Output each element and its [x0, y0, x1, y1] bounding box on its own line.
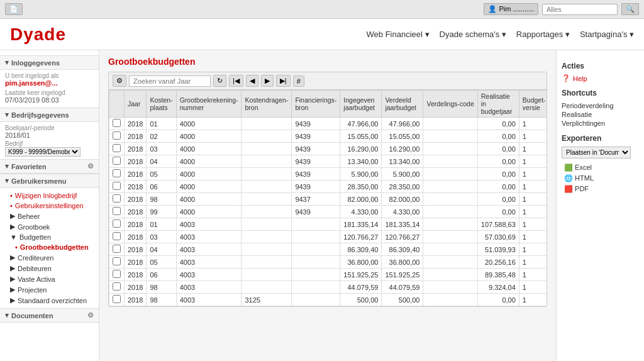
nav-web-financieel[interactable]: Web Financieel ▾ [367, 30, 430, 39]
row-checkbox[interactable] [113, 169, 121, 177]
shortcut-link[interactable]: Realisatie [562, 110, 639, 119]
arrow-r: ▶ [10, 264, 15, 272]
user-button[interactable]: 👤 Pim ........... [484, 3, 538, 15]
export-option-excel[interactable]: 🟩 Excel [562, 162, 639, 173]
table-row[interactable]: 2018984000943782.000,0082.000,000,001 [109, 193, 548, 206]
topbar: 📄 👤 Pim ........... 🔍 [0, 0, 644, 19]
table-row[interactable]: 201804400386.309,4086.309,4051.039,931 [109, 243, 548, 256]
table-row[interactable]: 20189840033125500,00500,000,001 [109, 294, 548, 306]
sidebar-favorieten-header[interactable]: ▾ Favorieten ⚙ [0, 159, 99, 174]
sidebar-bedrijfsgegevens-header[interactable]: ▾ Bedrijfsgegevens [0, 108, 99, 122]
sidebar-item-crediteuren[interactable]: ▶ Crediteuren [5, 252, 94, 263]
last-page-button[interactable]: ▶| [276, 75, 291, 87]
nav-rapportages[interactable]: Rapportages ▾ [516, 30, 570, 39]
table-search-input[interactable] [129, 75, 211, 87]
sidebar-inloggegevens-header[interactable]: ▾ Inloggegevens [0, 55, 99, 70]
table-cell[interactable] [109, 168, 125, 181]
row-checkbox[interactable] [113, 144, 121, 152]
row-checkbox[interactable] [113, 245, 121, 253]
row-checkbox[interactable] [113, 232, 121, 240]
row-checkbox[interactable] [113, 157, 121, 165]
refresh-button[interactable]: ↻ [213, 75, 226, 87]
sidebar-item-standaard-overzichten[interactable]: ▶ Standaard overzichten [5, 295, 94, 306]
table-cell: 9439 [292, 143, 340, 155]
next-page-button[interactable]: ▶ [261, 75, 274, 87]
table-row[interactable]: 2018044000943913.340,0013.340,000,001 [109, 155, 548, 168]
table-row[interactable]: 201898400344.079,5944.079,599.324,041 [109, 281, 548, 294]
sidebar-item-gebruikersinstellingen[interactable]: • Gebruikersinstellingen [5, 201, 94, 211]
sidebar-item-projecten[interactable]: ▶ Projecten [5, 284, 94, 295]
table-row[interactable]: 2018064000943928.350,0028.350,000,001 [109, 181, 548, 193]
sidebar-item-budgetten[interactable]: ▼ Budgetten [5, 232, 94, 242]
table-cell[interactable] [109, 143, 125, 155]
collapse-arrow: ▾ [5, 162, 9, 170]
row-checkbox[interactable] [113, 207, 121, 215]
table-cell[interactable] [109, 130, 125, 143]
bedrijf-select[interactable]: K999 - 99999/Demobec [5, 147, 80, 157]
table-cell[interactable] [109, 243, 125, 256]
table-cell[interactable] [109, 218, 125, 231]
table-row[interactable]: 2018034003120.766,27120.766,2757.030,691 [109, 231, 548, 243]
table-cell: 28.350,00 [340, 181, 382, 193]
table-row[interactable]: 201805400094395.900,005.900,000,001 [109, 168, 548, 181]
settings-button[interactable]: ⚙ [113, 75, 126, 87]
global-search-button[interactable]: 🔍 [621, 3, 639, 15]
gear-icon[interactable]: ⚙ [87, 162, 94, 170]
first-page-button[interactable]: |◀ [229, 75, 243, 87]
shortcut-link[interactable]: Periodeverdeling [562, 101, 639, 110]
help-link[interactable]: ❓ Help [562, 74, 639, 82]
table-cell: 5.900,00 [340, 168, 382, 181]
table-cell: 151.925,25 [340, 269, 382, 281]
global-search-input[interactable] [542, 4, 618, 15]
sidebar-item-vaste-activa[interactable]: ▶ Vaste Activa [5, 274, 94, 284]
row-checkbox[interactable] [113, 270, 121, 278]
table-cell: 4000 [176, 181, 242, 193]
export-option-pdf[interactable]: 🟥 PDF [562, 184, 639, 194]
col-budget-versie: Budget-versie [519, 91, 547, 118]
hash-button[interactable]: # [293, 75, 304, 87]
row-checkbox[interactable] [113, 182, 121, 190]
table-cell[interactable] [109, 231, 125, 243]
row-checkbox[interactable] [113, 295, 121, 303]
table-cell[interactable] [109, 281, 125, 294]
row-checkbox[interactable] [113, 219, 121, 228]
sidebar-item-beheer[interactable]: ▶ Beheer [5, 211, 94, 221]
table-row[interactable]: 201805400336.800,0036.800,0020.256,161 [109, 256, 548, 269]
table-row[interactable]: 201899400094394.330,004.330,000,001 [109, 206, 548, 218]
sidebar-documenten-header[interactable]: ▾ Documenten ⚙ [0, 308, 99, 323]
row-checkbox[interactable] [113, 131, 121, 140]
sidebar-item-debiteuren[interactable]: ▶ Debiteuren [5, 263, 94, 274]
table-row[interactable]: 2018014000943947.966,0047.966,000,001 [109, 118, 548, 130]
inbox-select[interactable]: Plaatsen in 'Documenten Inbo' [562, 147, 631, 158]
label: Budgetten [19, 233, 51, 241]
row-checkbox[interactable] [113, 194, 121, 203]
sidebar-item-wijzigen-inlogbedrijf[interactable]: • Wijzigen Inlogbedrijf [5, 191, 94, 201]
table-cell: 5.900,00 [382, 168, 423, 181]
file-button[interactable]: 📄 [5, 3, 23, 15]
table-row[interactable]: 2018034000943916.290,0016.290,000,001 [109, 143, 548, 155]
nav-dyade-schemas[interactable]: Dyade schema's ▾ [440, 30, 506, 39]
table-cell[interactable] [109, 269, 125, 281]
table-cell[interactable] [109, 181, 125, 193]
table-cell[interactable] [109, 155, 125, 168]
table-row[interactable]: 2018014003181.335,14181.335,14107.588,63… [109, 218, 548, 231]
sidebar-gebruikersmenu-header[interactable]: ▾ Gebruikersmenu [0, 174, 99, 188]
row-checkbox[interactable] [113, 119, 121, 127]
table-cell: 0,00 [477, 118, 519, 130]
table-cell[interactable] [109, 193, 125, 206]
sidebar-item-grootboekbudgetten[interactable]: • Grootboekbudgetten [5, 242, 94, 252]
gear-icon-documenten[interactable]: ⚙ [87, 311, 94, 319]
row-checkbox[interactable] [113, 257, 121, 265]
nav-startpaginas[interactable]: Startpagina's ▾ [580, 30, 634, 39]
table-cell[interactable] [109, 118, 125, 130]
prev-page-button[interactable]: ◀ [246, 75, 258, 87]
table-row[interactable]: 2018064003151.925,25151.925,2589.385,481 [109, 269, 548, 281]
table-row[interactable]: 2018024000943915.055,0015.055,000,001 [109, 130, 548, 143]
export-option-html[interactable]: 🌐 HTML [562, 173, 639, 184]
sidebar-item-grootboek[interactable]: ▶ Grootboek [5, 221, 94, 232]
table-cell[interactable] [109, 294, 125, 306]
row-checkbox[interactable] [113, 282, 121, 291]
table-cell[interactable] [109, 256, 125, 269]
shortcut-link[interactable]: Verplichtingen [562, 119, 639, 128]
table-cell[interactable] [109, 206, 125, 218]
